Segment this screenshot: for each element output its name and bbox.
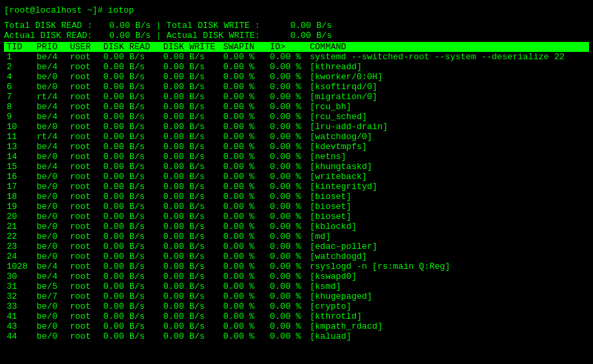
cell-swapin: 0.00 % bbox=[221, 212, 267, 222]
prompt-text: [root@localhost ~]# iotop bbox=[4, 5, 134, 15]
cell-disk-read: 0.00 B/s bbox=[101, 301, 161, 311]
col-header-tid: TID bbox=[4, 42, 34, 52]
table-row: 10be/0root0.00 B/s0.00 B/s0.00 %0.00 %[l… bbox=[4, 122, 589, 132]
cell-disk-read: 0.00 B/s bbox=[101, 222, 161, 232]
cell-prio: be/7 bbox=[34, 291, 67, 301]
cell-io: 0.00 % bbox=[267, 112, 307, 122]
cell-user: root bbox=[67, 72, 101, 82]
cell-prio: be/0 bbox=[34, 242, 67, 252]
cell-user: root bbox=[67, 202, 101, 212]
cell-tid: 15 bbox=[4, 162, 34, 172]
cell-tid: 19 bbox=[4, 202, 34, 212]
cell-swapin: 0.00 % bbox=[221, 102, 267, 112]
cell-disk-write: 0.00 B/s bbox=[161, 232, 221, 242]
cell-command: [kblockd] bbox=[307, 222, 589, 232]
table-row: 13be/4root0.00 B/s0.00 B/s0.00 %0.00 %[k… bbox=[4, 142, 589, 152]
cell-prio: be/0 bbox=[34, 82, 67, 92]
cell-tid: 7 bbox=[4, 92, 34, 102]
cell-prio: be/0 bbox=[34, 232, 67, 242]
cell-command: [kintegrityd] bbox=[307, 182, 589, 192]
col-header-user: USER bbox=[67, 42, 101, 52]
cell-user: root bbox=[67, 331, 101, 341]
cell-prio: be/4 bbox=[34, 52, 67, 62]
cell-io: 0.00 % bbox=[267, 162, 307, 172]
cell-command: [kworker/0:0H] bbox=[307, 72, 589, 82]
cell-command: [khugepaged] bbox=[307, 291, 589, 301]
cell-command: [bioset] bbox=[307, 192, 589, 202]
cell-disk-read: 0.00 B/s bbox=[101, 202, 161, 212]
table-row: 7rt/4root0.00 B/s0.00 B/s0.00 %0.00 %[mi… bbox=[4, 92, 589, 102]
cell-user: root bbox=[67, 112, 101, 122]
cell-command: [ksoftirqd/0] bbox=[307, 82, 589, 92]
cell-user: root bbox=[67, 102, 101, 112]
total-disk-read-value: 0.00 B/s bbox=[97, 21, 151, 31]
cell-disk-write: 0.00 B/s bbox=[161, 321, 221, 331]
cell-io: 0.00 % bbox=[267, 92, 307, 102]
table-row: 1028be/4root0.00 B/s0.00 B/s0.00 %0.00 %… bbox=[4, 262, 589, 272]
table-row: 20be/0root0.00 B/s0.00 B/s0.00 %0.00 %[b… bbox=[4, 212, 589, 222]
cell-command: [watchdog/0] bbox=[307, 132, 589, 142]
table-row: 2be/4root0.00 B/s0.00 B/s0.00 %0.00 %[kt… bbox=[4, 62, 589, 72]
cell-swapin: 0.00 % bbox=[221, 82, 267, 92]
cell-prio: be/0 bbox=[34, 301, 67, 311]
cell-tid: 10 bbox=[4, 122, 34, 132]
cell-tid: 2 bbox=[4, 62, 34, 72]
cell-command: [kthrotld] bbox=[307, 311, 589, 321]
cell-disk-write: 0.00 B/s bbox=[161, 52, 221, 62]
cell-command: [khungtaskd] bbox=[307, 162, 589, 172]
cell-disk-write: 0.00 B/s bbox=[161, 92, 221, 102]
cell-command: [bioset] bbox=[307, 212, 589, 222]
table-row: 15be/4root0.00 B/s0.00 B/s0.00 %0.00 %[k… bbox=[4, 162, 589, 172]
cell-tid: 6 bbox=[4, 82, 34, 92]
process-table: TID PRIO USER DISK READ DISK WRITE SWAPI… bbox=[4, 42, 589, 341]
col-header-io: IO> bbox=[267, 42, 307, 52]
cell-disk-write: 0.00 B/s bbox=[161, 172, 221, 182]
cell-disk-read: 0.00 B/s bbox=[101, 72, 161, 82]
cell-io: 0.00 % bbox=[267, 122, 307, 132]
cell-prio: be/4 bbox=[34, 262, 67, 272]
cell-command: [md] bbox=[307, 232, 589, 242]
cell-io: 0.00 % bbox=[267, 242, 307, 252]
cell-prio: be/0 bbox=[34, 202, 67, 212]
cell-tid: 9 bbox=[4, 112, 34, 122]
cell-prio: be/0 bbox=[34, 321, 67, 331]
cell-io: 0.00 % bbox=[267, 202, 307, 212]
table-row: 4be/0root0.00 B/s0.00 B/s0.00 %0.00 %[kw… bbox=[4, 72, 589, 82]
cell-prio: rt/4 bbox=[34, 132, 67, 142]
cell-disk-write: 0.00 B/s bbox=[161, 142, 221, 152]
cell-command: [kthreadd] bbox=[307, 62, 589, 72]
cell-tid: 8 bbox=[4, 102, 34, 112]
cell-tid: 32 bbox=[4, 291, 34, 301]
terminal: [root@localhost ~]# iotop Total DISK REA… bbox=[4, 5, 589, 341]
prompt-line: [root@localhost ~]# iotop bbox=[4, 5, 589, 15]
cell-io: 0.00 % bbox=[267, 152, 307, 162]
cell-disk-read: 0.00 B/s bbox=[101, 82, 161, 92]
cell-prio: be/0 bbox=[34, 152, 67, 162]
cell-io: 0.00 % bbox=[267, 311, 307, 321]
cell-disk-write: 0.00 B/s bbox=[161, 262, 221, 272]
cell-swapin: 0.00 % bbox=[221, 62, 267, 72]
cell-swapin: 0.00 % bbox=[221, 52, 267, 62]
cell-io: 0.00 % bbox=[267, 62, 307, 72]
cell-tid: 21 bbox=[4, 222, 34, 232]
cell-tid: 41 bbox=[4, 311, 34, 321]
cell-prio: be/0 bbox=[34, 222, 67, 232]
table-row: 22be/0root0.00 B/s0.00 B/s0.00 %0.00 %[m… bbox=[4, 232, 589, 242]
cell-command: systemd --switched-root --system --deser… bbox=[307, 52, 589, 62]
cell-io: 0.00 % bbox=[267, 331, 307, 341]
cell-io: 0.00 % bbox=[267, 301, 307, 311]
cell-user: root bbox=[67, 232, 101, 242]
col-header-disk-read: DISK READ bbox=[101, 42, 161, 52]
cell-disk-read: 0.00 B/s bbox=[101, 212, 161, 222]
cell-swapin: 0.00 % bbox=[221, 262, 267, 272]
cell-tid: 13 bbox=[4, 142, 34, 152]
table-row: 18be/0root0.00 B/s0.00 B/s0.00 %0.00 %[b… bbox=[4, 192, 589, 202]
cell-io: 0.00 % bbox=[267, 52, 307, 62]
cell-user: root bbox=[67, 222, 101, 232]
cell-disk-read: 0.00 B/s bbox=[101, 281, 161, 291]
actual-disk-read-value: 0.00 B/s bbox=[97, 31, 151, 41]
cell-disk-read: 0.00 B/s bbox=[101, 192, 161, 202]
cell-command: [kaluad] bbox=[307, 331, 589, 341]
cell-disk-read: 0.00 B/s bbox=[101, 272, 161, 281]
cell-command: [kmpath_rdacd] bbox=[307, 321, 589, 331]
